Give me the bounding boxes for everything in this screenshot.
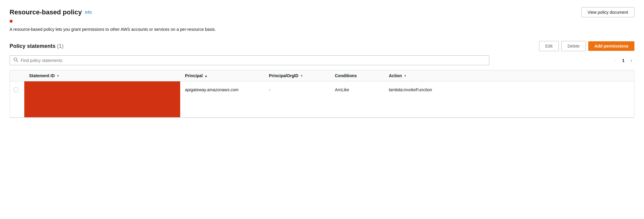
description-text: A resource-based policy lets you grant p… bbox=[10, 26, 634, 33]
td-principal-org-id: - bbox=[264, 81, 330, 117]
view-policy-document-button[interactable]: View policy document bbox=[581, 7, 634, 17]
section-title: Policy statements (1) bbox=[10, 43, 64, 49]
td-conditions: ArnLike bbox=[330, 81, 384, 117]
table-header-row: Statement ID ▼ Principal ▲ PrincipalOrgI… bbox=[10, 70, 634, 81]
info-link[interactable]: Info bbox=[85, 10, 92, 15]
td-principal: apigateway.amazonaws.com bbox=[180, 81, 264, 117]
th-conditions[interactable]: Conditions bbox=[330, 70, 384, 81]
main-container: Resource-based policy Info View policy d… bbox=[0, 0, 644, 219]
statement-id-redacted-block bbox=[24, 81, 180, 117]
policy-statements-table: Statement ID ▼ Principal ▲ PrincipalOrgI… bbox=[10, 70, 634, 118]
th-checkbox bbox=[10, 70, 24, 81]
svg-line-1 bbox=[17, 61, 18, 62]
search-icon bbox=[13, 57, 18, 63]
section-title-wrapper: Policy statements (1) bbox=[10, 43, 64, 49]
th-principal-org-id[interactable]: PrincipalOrgID ▼ bbox=[264, 70, 330, 81]
header-left: Resource-based policy Info bbox=[10, 8, 92, 16]
red-dot-indicator bbox=[10, 20, 13, 23]
th-principal[interactable]: Principal ▲ bbox=[180, 70, 264, 81]
action-buttons-group: Edit Delete Add permissions bbox=[539, 41, 634, 51]
table-row: apigateway.amazonaws.com - ArnLike lambd… bbox=[10, 81, 634, 118]
search-row: ‹ 1 › bbox=[10, 55, 634, 65]
add-permissions-button[interactable]: Add permissions bbox=[588, 41, 634, 51]
pagination-current: 1 bbox=[622, 58, 625, 63]
row-radio-button[interactable] bbox=[13, 87, 18, 92]
sort-icon-principal: ▲ bbox=[204, 74, 207, 77]
sort-icon-action: ▼ bbox=[404, 74, 407, 77]
td-radio bbox=[10, 81, 24, 117]
td-statement-id bbox=[24, 81, 180, 117]
search-box bbox=[10, 55, 489, 65]
policy-statements-header: Policy statements (1) Edit Delete Add pe… bbox=[10, 41, 634, 51]
sort-icon-statement-id: ▼ bbox=[57, 74, 60, 77]
edit-button[interactable]: Edit bbox=[539, 41, 559, 51]
sort-icon-principal-org-id: ▼ bbox=[300, 74, 303, 77]
pagination-next-button[interactable]: › bbox=[628, 57, 634, 64]
td-action: lambda:invokeFunction bbox=[384, 81, 634, 117]
pagination-prev-button[interactable]: ‹ bbox=[612, 57, 619, 64]
pagination-controls: ‹ 1 › bbox=[612, 57, 634, 64]
page-title: Resource-based policy bbox=[10, 8, 82, 16]
th-action[interactable]: Action ▼ bbox=[384, 70, 634, 81]
th-statement-id[interactable]: Statement ID ▼ bbox=[24, 70, 180, 81]
search-input[interactable] bbox=[21, 58, 485, 63]
header-row: Resource-based policy Info View policy d… bbox=[10, 7, 634, 17]
delete-button[interactable]: Delete bbox=[561, 41, 586, 51]
section-count: (1) bbox=[57, 43, 64, 49]
